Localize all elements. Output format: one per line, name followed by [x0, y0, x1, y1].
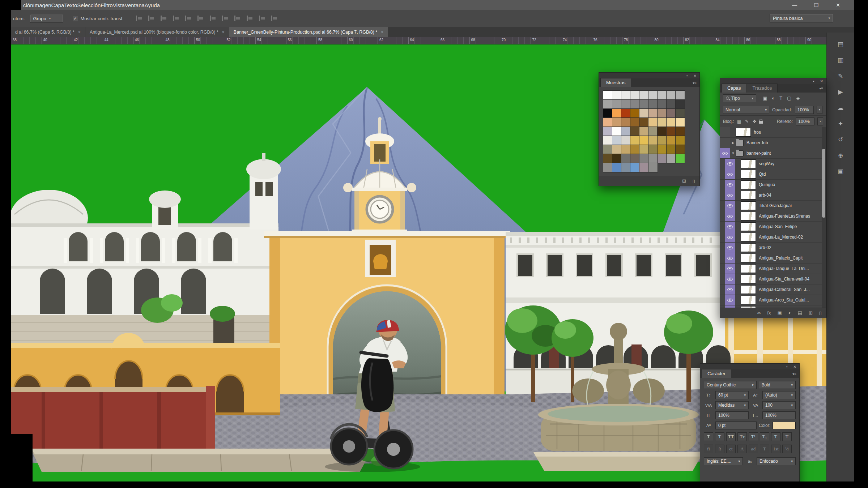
tab-paths[interactable]: Trazados — [747, 84, 778, 93]
contextual-alternates-button[interactable]: ct — [726, 445, 736, 453]
document-tab[interactable]: Antigua-La_Merced.psd al 100% (bloqueo-f… — [85, 27, 229, 37]
visibility-toggle[interactable] — [725, 253, 735, 263]
stylistic-alternates-button[interactable]: ad — [749, 445, 758, 453]
ordinals-button[interactable]: 1st — [771, 445, 780, 453]
menu-item[interactable]: ción — [23, 2, 33, 8]
menu-item[interactable]: Ventana — [125, 2, 145, 8]
color-swatch[interactable] — [639, 154, 648, 163]
lock-all-icon[interactable] — [759, 121, 763, 124]
filter-shape-layers-icon[interactable]: ▢ — [787, 95, 791, 101]
color-swatch[interactable] — [667, 109, 676, 118]
swash-button[interactable]: A — [737, 445, 747, 453]
faux-italic-button[interactable]: T — [715, 432, 724, 441]
color-swatch[interactable] — [667, 100, 676, 109]
color-swatch[interactable] — [639, 136, 648, 145]
layer-row[interactable]: Antigua-FuenteLasSirenas — [720, 211, 826, 222]
layer-thumbnail[interactable] — [741, 202, 756, 210]
menu-item[interactable]: Filtro — [101, 2, 112, 8]
filter-adjustment-layers-icon[interactable]: ◐ — [772, 95, 775, 101]
color-swatch[interactable] — [621, 127, 630, 136]
color-swatch[interactable] — [648, 109, 658, 118]
distribute-top[interactable] — [208, 14, 217, 22]
color-swatch[interactable] — [676, 127, 685, 136]
visibility-toggle[interactable] — [720, 138, 730, 148]
visibility-toggle[interactable] — [725, 232, 735, 242]
adjustment-layer-button[interactable]: ◐ — [788, 310, 791, 316]
small-caps-button[interactable]: Tᴛ — [737, 432, 747, 441]
color-swatch[interactable] — [603, 91, 612, 100]
visibility-toggle[interactable] — [725, 190, 735, 200]
color-swatch[interactable] — [612, 145, 621, 154]
color-swatch[interactable] — [603, 136, 612, 145]
layer-row[interactable]: arb-02 — [720, 243, 826, 253]
tab-layers[interactable]: Capas — [722, 84, 747, 93]
color-swatch[interactable] — [603, 100, 612, 109]
layer-name[interactable]: banner-paint — [746, 151, 771, 156]
color-swatch[interactable] — [676, 154, 685, 163]
color-swatch[interactable] — [639, 118, 648, 127]
color-swatch[interactable] — [648, 163, 658, 172]
new-swatch-button[interactable]: ⊞ — [682, 178, 686, 184]
collapsed-panel-clouds[interactable]: ☁ — [833, 101, 848, 114]
color-swatch[interactable] — [648, 100, 658, 109]
blend-mode-dropdown[interactable]: Normal ▾ — [723, 106, 769, 114]
visibility-toggle[interactable] — [725, 243, 735, 253]
menu-item[interactable]: Ayuda — [145, 2, 160, 8]
panel-menu-icon[interactable]: ▾≡ — [792, 372, 796, 376]
color-swatch[interactable] — [603, 145, 612, 154]
color-swatch[interactable] — [630, 118, 639, 127]
font-size-field[interactable]: 60 pt ▾ — [715, 391, 749, 399]
visibility-toggle[interactable] — [725, 159, 735, 169]
layer-row[interactable]: Antigua_Palacio_Capit — [720, 253, 826, 264]
layer-row[interactable]: Qtd — [720, 169, 826, 180]
horizontal-scale-field[interactable]: 100% — [762, 411, 796, 419]
color-swatch[interactable] — [630, 91, 639, 100]
color-swatch[interactable] — [648, 136, 658, 145]
layer-row[interactable]: ▼ banner-paint — [720, 148, 826, 159]
color-swatch[interactable] — [639, 109, 648, 118]
color-swatch[interactable] — [612, 136, 621, 145]
layer-row[interactable]: segWay — [720, 159, 826, 169]
distribute-left[interactable] — [245, 14, 254, 22]
font-family-select[interactable]: Century Gothic ▾ — [704, 381, 757, 389]
color-swatch[interactable] — [658, 145, 667, 154]
color-swatch[interactable] — [621, 136, 630, 145]
layer-row[interactable]: Antigua-San_Felipe — [720, 222, 826, 232]
layer-thumbnail[interactable] — [741, 265, 756, 273]
faux-bold-button[interactable]: T — [704, 432, 713, 441]
color-swatch[interactable] — [648, 154, 658, 163]
menu-item[interactable]: Capa — [51, 2, 64, 8]
document-tab[interactable]: d al 66,7% (Capa 5, RGB/8) * × — [11, 27, 85, 37]
collapsed-panel-brush[interactable]: ✎ — [833, 69, 848, 82]
add-layer-mask-button[interactable]: ▣ — [777, 310, 782, 316]
lock-position-icon[interactable]: ✥ — [753, 119, 756, 124]
visibility-toggle[interactable] — [725, 264, 735, 274]
close-panel-icon[interactable]: ✕ — [793, 365, 796, 369]
ligatures-button[interactable]: fi — [704, 445, 713, 453]
collapsed-panel-styles[interactable]: ✦ — [833, 117, 848, 130]
color-swatch[interactable] — [621, 154, 630, 163]
layer-thumbnail[interactable] — [741, 254, 756, 262]
color-swatch[interactable] — [676, 118, 685, 127]
layer-row[interactable]: Tikal-GranJaguar — [720, 201, 826, 211]
tab-swatches[interactable]: Muestras — [600, 78, 631, 87]
distribute-vertical-centers[interactable] — [221, 14, 229, 22]
color-swatch[interactable] — [612, 91, 621, 100]
visibility-toggle[interactable] — [725, 211, 735, 221]
color-swatch[interactable] — [612, 127, 621, 136]
color-swatch[interactable] — [667, 127, 676, 136]
visibility-toggle[interactable] — [725, 274, 735, 284]
visibility-toggle[interactable] — [720, 148, 730, 158]
color-swatch[interactable] — [621, 163, 630, 172]
color-swatch[interactable] — [603, 109, 612, 118]
fill-field[interactable]: 100% — [796, 117, 814, 125]
color-swatch[interactable] — [630, 145, 639, 154]
color-swatch[interactable] — [621, 109, 630, 118]
layer-name[interactable]: arb-04 — [759, 193, 771, 198]
language-select[interactable]: Inglés: EE.... ▾ — [704, 457, 743, 465]
link-layers-button[interactable]: ∞ — [757, 310, 761, 316]
color-swatch[interactable] — [658, 100, 667, 109]
delete-layer-button[interactable]: ▯ — [819, 310, 822, 316]
menu-item[interactable]: Imagen — [33, 2, 51, 8]
autoselect-target-dropdown[interactable]: Grupo ▾ — [30, 14, 63, 23]
